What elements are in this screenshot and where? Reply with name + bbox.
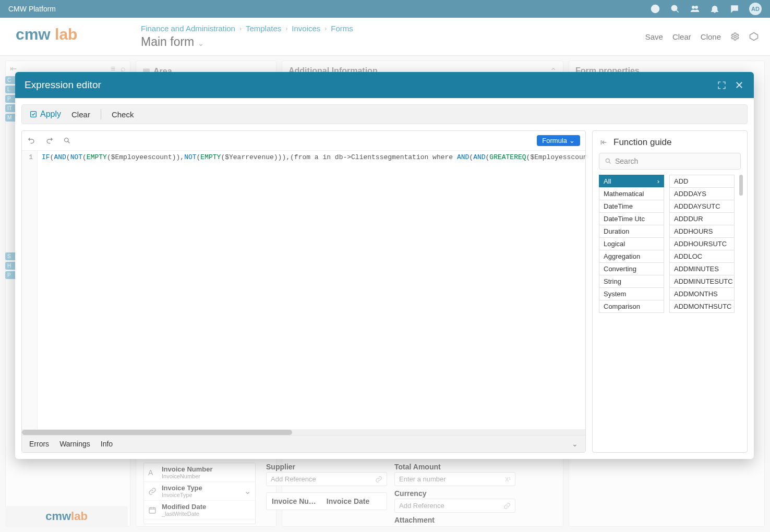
line-number: 1 <box>29 153 33 161</box>
errors-tab[interactable]: Errors <box>29 440 49 448</box>
guide-title: Function guide <box>613 137 672 148</box>
scrollbar-thumb[interactable] <box>739 175 743 196</box>
search-icon[interactable] <box>63 137 71 145</box>
chevron-down-icon[interactable]: ⌄ <box>572 440 578 448</box>
guide-function-item[interactable]: ADDHOURSUTC <box>669 237 735 250</box>
guide-function-item[interactable]: ADDMONTHS <box>669 287 735 300</box>
horizontal-scrollbar[interactable] <box>22 429 585 435</box>
redo-icon[interactable] <box>45 137 53 145</box>
guide-function-item[interactable]: ADDDAYS <box>669 187 735 200</box>
warnings-tab[interactable]: Warnings <box>59 440 90 448</box>
guide-function-item[interactable]: ADDMINUTES <box>669 262 735 275</box>
guide-category-item[interactable]: DateTime Utc <box>599 212 664 225</box>
svg-rect-14 <box>31 112 37 117</box>
guide-category-item[interactable]: Logical <box>599 237 664 250</box>
svg-line-20 <box>609 162 611 164</box>
expand-icon[interactable] <box>716 80 727 90</box>
guide-search-input[interactable]: Search <box>599 153 741 170</box>
guide-function-item[interactable]: ADDHOURS <box>669 225 735 238</box>
clear-button[interactable]: Clear <box>71 110 90 119</box>
modal-title: Expression editor <box>25 79 101 91</box>
guide-category-item[interactable]: String <box>599 275 664 288</box>
undo-icon[interactable] <box>27 137 35 145</box>
close-icon[interactable] <box>734 80 744 90</box>
guide-function-item[interactable]: ADD <box>669 175 735 188</box>
code-editor[interactable]: 1 IF(AND(NOT(EMPTY($Employeescount)),NOT… <box>22 151 585 429</box>
svg-line-16 <box>67 141 69 143</box>
guide-category-item[interactable]: All› <box>599 175 664 188</box>
guide-function-item[interactable]: ADDDUR <box>669 212 735 225</box>
separator <box>101 109 101 119</box>
guide-category-item[interactable]: Mathematical <box>599 187 664 200</box>
guide-function-item[interactable]: ADDDAYSUTC <box>669 200 735 213</box>
check-button[interactable]: Check <box>112 110 134 119</box>
guide-category-item[interactable]: DateTime <box>599 200 664 213</box>
guide-function-item[interactable]: ADDMONTHSUTC <box>669 300 735 313</box>
formula-dropdown[interactable]: Formula ⌄ <box>537 135 580 146</box>
chevron-right-icon: › <box>657 177 659 185</box>
guide-category-item[interactable]: Comparison <box>599 300 664 313</box>
guide-function-item[interactable]: ADDMINUTESUTC <box>669 275 735 288</box>
collapse-icon[interactable] <box>599 139 608 146</box>
guide-category-item[interactable]: Converting <box>599 262 664 275</box>
chevron-down-icon: ⌄ <box>569 137 575 144</box>
guide-category-item[interactable]: Aggregation <box>599 250 664 263</box>
apply-button[interactable]: Apply <box>29 110 61 119</box>
guide-category-item[interactable]: System <box>599 287 664 300</box>
guide-category-item[interactable]: Duration <box>599 225 664 238</box>
info-tab[interactable]: Info <box>101 440 113 448</box>
expression-editor-modal: Expression editor Apply Clear Check <box>15 72 754 459</box>
guide-function-item[interactable]: ADDLOC <box>669 250 735 263</box>
